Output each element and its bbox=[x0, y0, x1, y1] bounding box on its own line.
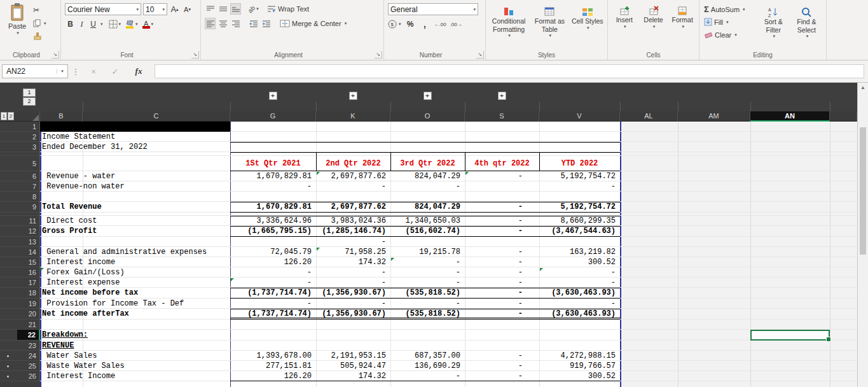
cell-O15[interactable]: - bbox=[390, 257, 465, 267]
middle-align-button[interactable] bbox=[217, 3, 228, 15]
cell-O5[interactable]: 3rd Qtr 2022 bbox=[391, 156, 464, 171]
cell-G9[interactable]: 1,670,829.81 bbox=[230, 202, 316, 213]
col-header-V[interactable]: V bbox=[539, 111, 620, 122]
row-header-14[interactable]: 14 bbox=[17, 247, 40, 257]
row-header-17[interactable]: 17 bbox=[17, 278, 40, 288]
cell-O24[interactable]: 687,357.00 bbox=[390, 351, 465, 361]
cell-G11[interactable]: 3,336,624.96 bbox=[230, 216, 316, 226]
number-format-combo[interactable]: General ▾ bbox=[388, 3, 478, 15]
cell-O6[interactable]: 824,047.29 bbox=[390, 171, 465, 181]
cell-S5[interactable]: 4th qtr 2022 bbox=[465, 156, 539, 171]
cell-G6[interactable]: 1,670,829.81 bbox=[230, 171, 316, 181]
expand-group-button-O[interactable]: + bbox=[424, 92, 432, 100]
cell-O7[interactable]: - bbox=[390, 181, 465, 192]
cell-G12[interactable]: (1,665,795.15) bbox=[230, 226, 316, 237]
cell-B7[interactable]: Revenue-non water bbox=[40, 181, 230, 192]
conditional-formatting-button[interactable]: Conditional Formatting ▾ bbox=[488, 3, 529, 47]
cell-B23[interactable]: REVENUE bbox=[40, 341, 230, 351]
row-header-19[interactable]: 19 bbox=[17, 299, 40, 309]
black-filled-cell[interactable] bbox=[40, 122, 230, 132]
cell-V7[interactable]: - bbox=[539, 181, 620, 192]
cell-B12[interactable]: Gross Profit bbox=[40, 226, 230, 237]
cell-K20[interactable]: (1,356,930.67) bbox=[316, 309, 390, 320]
cell-S9[interactable]: - bbox=[465, 202, 539, 213]
accounting-format-button[interactable]: $▾ bbox=[388, 18, 401, 30]
cell-G5[interactable]: 1St Qtr 2021 bbox=[231, 156, 315, 171]
row-header-20[interactable]: 20 bbox=[17, 309, 40, 320]
find-select-button[interactable]: Find & Select ▾ bbox=[790, 3, 823, 48]
cell-V6[interactable]: 5,192,754.72 bbox=[539, 171, 620, 181]
cell-S12[interactable]: - bbox=[465, 226, 539, 237]
delete-cells-button[interactable]: Delete ▾ bbox=[640, 3, 668, 47]
borders-button[interactable]: ▾ bbox=[109, 18, 121, 30]
row-header-3[interactable]: 3 bbox=[17, 142, 40, 152]
row-header-2[interactable]: 2 bbox=[17, 132, 40, 142]
row-header-16[interactable]: 16 bbox=[17, 267, 40, 278]
row-header-21[interactable]: 21 bbox=[17, 320, 40, 330]
cell-S6[interactable]: - bbox=[465, 171, 539, 181]
increase-font-size-button[interactable]: A▴ bbox=[169, 4, 180, 15]
cell-G16[interactable]: - bbox=[230, 267, 316, 278]
cell-S19[interactable]: - bbox=[465, 299, 539, 309]
cell-K9[interactable]: 2,697,877.62 bbox=[316, 202, 390, 213]
alignment-dialog-launcher-icon[interactable]: ↘ bbox=[375, 51, 382, 59]
cell-B6[interactable]: Revenue - water bbox=[40, 171, 230, 181]
cell-O14[interactable]: 19,215.78 bbox=[390, 247, 465, 257]
scrollbar-thumb[interactable] bbox=[860, 127, 866, 255]
cell-K24[interactable]: 2,191,953.15 bbox=[316, 351, 390, 361]
cell-G14[interactable]: 72,045.79 bbox=[230, 247, 316, 257]
font-name-combo[interactable]: Courier New ▾ bbox=[65, 3, 141, 15]
cell-G17[interactable]: - bbox=[230, 278, 316, 288]
cell-G20[interactable]: (1,737,714.74) bbox=[230, 309, 316, 320]
column-outline-level-1-button[interactable]: 1 bbox=[23, 88, 36, 97]
cell-K6[interactable]: 2,697,877.62 bbox=[316, 171, 390, 181]
cell-O25[interactable]: 136,690.29 bbox=[390, 361, 465, 371]
align-left-button[interactable] bbox=[205, 18, 216, 29]
increase-indent-button[interactable] bbox=[261, 18, 272, 29]
cell-K7[interactable]: - bbox=[316, 181, 390, 192]
cell-B16[interactable]: Forex Gain/(Loss) bbox=[40, 267, 230, 278]
cell-S25[interactable]: - bbox=[465, 361, 539, 371]
cell-K5[interactable]: 2nd Qtr 2022 bbox=[317, 156, 390, 171]
cell-B25[interactable]: Waste Water Sales bbox=[40, 361, 230, 371]
expand-group-button-G[interactable]: + bbox=[269, 92, 277, 100]
formula-bar-drag-handle[interactable]: ⋮ bbox=[71, 64, 80, 78]
cell-V24[interactable]: 4,272,988.15 bbox=[539, 351, 620, 361]
cell-K13[interactable]: - bbox=[316, 237, 390, 247]
cell-O12[interactable]: (516,602.74) bbox=[390, 226, 465, 237]
column-outline-level-2-button[interactable]: 2 bbox=[23, 97, 36, 106]
insert-cells-button[interactable]: Insert ▾ bbox=[610, 3, 638, 47]
fill-color-button[interactable]: ▾ bbox=[125, 18, 138, 30]
decrease-font-size-button[interactable]: A▾ bbox=[182, 4, 193, 15]
formula-input[interactable] bbox=[155, 64, 864, 78]
cell-B26[interactable]: Interest Income bbox=[40, 371, 230, 381]
cell-B19[interactable]: Provision for Income Tax - Def bbox=[40, 299, 230, 309]
paste-button[interactable]: Paste ▾ bbox=[3, 3, 32, 46]
select-all-corner[interactable]: 12 bbox=[0, 111, 40, 122]
col-header-B[interactable]: B bbox=[40, 111, 83, 122]
orientation-button[interactable]: ab▾ bbox=[248, 3, 259, 15]
cell-V15[interactable]: 300.52 bbox=[539, 257, 620, 267]
cell-O26[interactable]: - bbox=[390, 371, 465, 381]
font-color-button[interactable]: A▾ bbox=[142, 18, 154, 30]
row-header-13[interactable]: 13 bbox=[17, 237, 40, 247]
cell-S11[interactable]: - bbox=[465, 216, 539, 226]
col-header-partial[interactable] bbox=[830, 111, 857, 122]
underline-button[interactable]: U bbox=[88, 18, 99, 30]
cell-O16[interactable]: - bbox=[390, 267, 465, 278]
font-size-combo[interactable]: 10 ▾ bbox=[143, 3, 167, 15]
cell-B18[interactable]: Net income before tax bbox=[40, 288, 230, 299]
row-header-12[interactable]: 12 bbox=[17, 226, 40, 237]
format-as-table-button[interactable]: Format as Table ▾ bbox=[530, 3, 568, 47]
cell-V18[interactable]: (3,630,463.93) bbox=[539, 288, 620, 299]
cell-V25[interactable]: 919,766.57 bbox=[539, 361, 620, 371]
clipboard-dialog-launcher-icon[interactable]: ↘ bbox=[52, 51, 59, 59]
expand-group-button-S[interactable]: + bbox=[498, 92, 506, 100]
col-header-O[interactable]: O bbox=[390, 111, 465, 122]
cell-O9[interactable]: 824,047.29 bbox=[390, 202, 465, 213]
bold-button[interactable]: B bbox=[65, 18, 76, 30]
enter-button[interactable]: ✓ bbox=[108, 64, 122, 78]
cell-B20[interactable]: Net income afterTax bbox=[40, 309, 230, 320]
cell-V17[interactable]: - bbox=[539, 278, 620, 288]
format-painter-button[interactable] bbox=[32, 31, 48, 42]
